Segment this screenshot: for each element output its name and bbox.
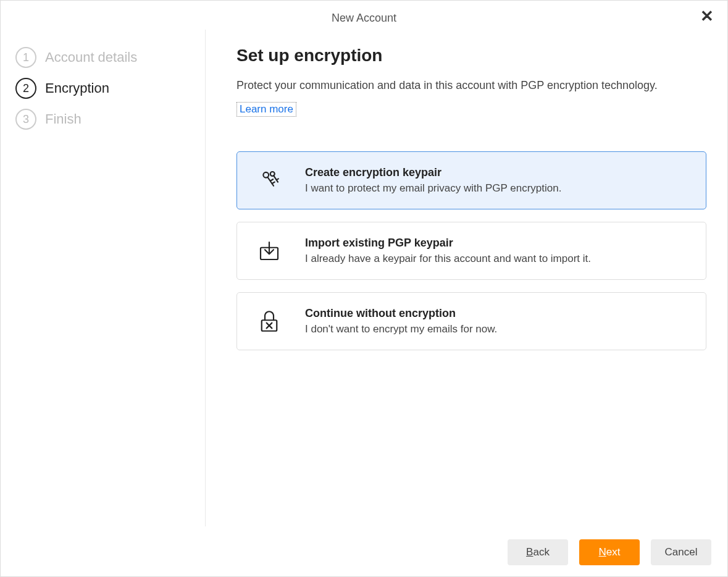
back-button-rest: ack [533,546,549,558]
step-finish[interactable]: 3 Finish [15,109,190,130]
cancel-button[interactable]: Cancel [651,539,711,565]
wizard-footer: Back Next Cancel [1,528,727,576]
back-button-accel: B [526,546,533,558]
step-encryption[interactable]: 2 Encryption [15,78,190,99]
option-import-keypair[interactable]: Import existing PGP keypair I already ha… [236,222,706,280]
keys-icon [254,166,284,195]
page-heading: Set up encryption [236,46,706,65]
step-number: 3 [15,109,36,130]
step-label: Finish [45,111,82,127]
lock-x-icon [254,306,284,336]
next-button-rest: ext [606,546,621,558]
option-description: I already have a keypair for this accoun… [305,252,591,266]
option-description: I want to protect my email privacy with … [305,182,561,195]
next-button-accel: N [599,546,606,558]
option-description: I don't want to encrypt my emails for no… [305,322,497,336]
main-content: Set up encryption Protect your communica… [206,30,727,526]
window-title: New Account [332,12,396,24]
title-bar: New Account ✕ [1,1,727,30]
step-label: Encryption [45,80,109,96]
wizard-sidebar: 1 Account details 2 Encryption 3 Finish [1,30,206,526]
step-label: Account details [45,49,137,65]
close-icon[interactable]: ✕ [700,8,714,24]
learn-more-link[interactable]: Learn more [236,102,296,117]
import-icon [254,236,284,266]
step-number: 1 [15,47,36,68]
option-title: Continue without encryption [305,307,497,320]
option-title: Create encryption keypair [305,166,561,179]
page-description: Protect your communication and data in t… [236,78,706,93]
encryption-options: Create encryption keypair I want to prot… [236,151,706,350]
step-number: 2 [15,78,36,99]
option-no-encryption[interactable]: Continue without encryption I don't want… [236,292,706,350]
option-title: Import existing PGP keypair [305,237,591,250]
next-button[interactable]: Next [579,539,640,565]
back-button[interactable]: Back [508,539,568,565]
option-create-keypair[interactable]: Create encryption keypair I want to prot… [236,151,706,209]
step-account-details[interactable]: 1 Account details [15,47,190,68]
